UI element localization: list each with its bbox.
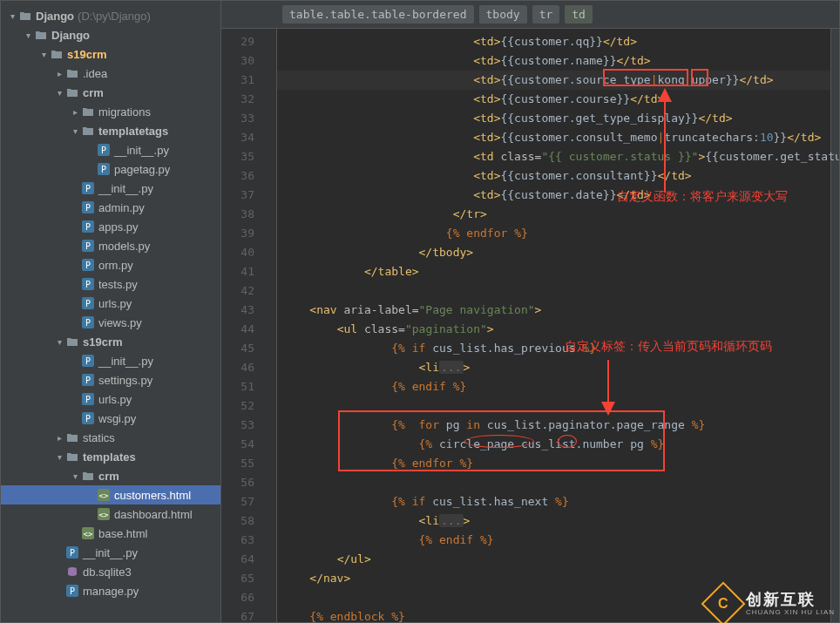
tree-item-customers-html[interactable]: <>customers.html [1, 485, 220, 504]
tree-item-statics[interactable]: statics [1, 428, 220, 447]
line-number[interactable]: 39 [221, 224, 254, 243]
tree-arrow-icon[interactable] [53, 69, 65, 78]
code-line[interactable]: </ul> [277, 550, 830, 569]
tree-item-manage-py[interactable]: Pmanage.py [1, 581, 220, 600]
tree-item-migrations[interactable]: migrations [1, 102, 220, 121]
tree-item-base-html[interactable]: <>base.html [1, 524, 220, 543]
code-line[interactable]: <td>{{customer.qq}}</td> [277, 32, 830, 51]
line-number[interactable]: 57 [221, 492, 254, 511]
tree-item-apps-py[interactable]: Papps.py [1, 217, 220, 236]
code-line[interactable]: <td>{{customer.consult_memo|truncatechar… [277, 128, 830, 147]
line-gutter[interactable]: 2930313233343536373839404142434445465152… [221, 29, 268, 622]
line-number[interactable]: 64 [221, 550, 254, 569]
tree-item-s19crm[interactable]: s19crm [1, 44, 220, 64]
line-number[interactable]: 54 [221, 435, 254, 454]
project-tree[interactable]: Django(D:\py\Django)Djangos19crm.ideacrm… [1, 1, 221, 622]
tree-item-templatetags[interactable]: templatetags [1, 121, 220, 140]
tree-item-crm[interactable]: crm [1, 83, 220, 102]
code-line[interactable]: <td>{{customer.get_type_display}}</td> [277, 109, 830, 128]
line-number[interactable]: 32 [221, 90, 254, 109]
tree-item-urls-py[interactable]: Purls.py [1, 389, 220, 409]
breadcrumb[interactable]: table.table.table-borderedtbodytrtd [221, 1, 839, 29]
tree-item-django[interactable]: Django(D:\py\Django) [1, 6, 220, 25]
line-number[interactable]: 29 [221, 32, 254, 51]
tree-arrow-icon[interactable] [69, 126, 81, 136]
tree-item--init-py[interactable]: P__init__.py [1, 351, 220, 370]
line-number[interactable]: 38 [221, 205, 254, 224]
line-number[interactable]: 30 [221, 51, 254, 71]
line-number[interactable]: 46 [221, 358, 254, 377]
code-line[interactable]: </nav> [277, 569, 830, 588]
line-number[interactable]: 41 [221, 262, 254, 281]
line-number[interactable]: 66 [221, 588, 254, 607]
line-number[interactable]: 58 [221, 511, 254, 531]
line-number[interactable]: 63 [221, 531, 254, 550]
line-number[interactable]: 53 [221, 416, 254, 435]
line-number[interactable]: 55 [221, 454, 254, 473]
tree-item-views-py[interactable]: Pviews.py [1, 313, 220, 332]
tree-arrow-icon[interactable] [37, 50, 50, 59]
line-number[interactable]: 52 [221, 396, 254, 416]
breadcrumb-item[interactable]: tbody [479, 5, 527, 24]
code-line[interactable]: {% endif %} [277, 377, 830, 396]
line-number[interactable]: 67 [221, 607, 254, 622]
tree-item-dashboard-html[interactable]: <>dashboard.html [1, 504, 220, 524]
tree-item-db-sqlite3[interactable]: db.sqlite3 [1, 562, 220, 581]
tree-arrow-icon[interactable] [6, 11, 18, 21]
line-number[interactable]: 45 [221, 339, 254, 358]
line-number[interactable]: 37 [221, 186, 254, 205]
line-number[interactable]: 43 [221, 301, 254, 320]
code-line[interactable]: <ul class="pagination"> [277, 320, 830, 339]
code-line[interactable]: <td class="{{ customer.status }}">{{cust… [277, 147, 830, 166]
tree-arrow-icon[interactable] [53, 337, 65, 347]
tree-item--init-py[interactable]: P__init__.py [1, 543, 220, 562]
tree-item-crm[interactable]: crm [1, 466, 220, 485]
breadcrumb-item[interactable]: tr [532, 5, 560, 24]
fold-gutter[interactable] [268, 29, 277, 622]
tree-item-orm-py[interactable]: Porm.py [1, 255, 220, 274]
tree-item-django[interactable]: Django [1, 25, 220, 44]
tree-item-urls-py[interactable]: Purls.py [1, 294, 220, 313]
code-line[interactable]: <td>{{customer.name}}</td> [277, 51, 830, 71]
line-number[interactable]: 56 [221, 473, 254, 492]
line-number[interactable]: 51 [221, 377, 254, 396]
code-line[interactable]: </tbody> [277, 243, 830, 262]
breadcrumb-item[interactable]: td [565, 5, 593, 24]
tree-item--idea[interactable]: .idea [1, 64, 220, 83]
tree-item-settings-py[interactable]: Psettings.py [1, 370, 220, 389]
line-number[interactable]: 35 [221, 147, 254, 166]
tree-item-templates[interactable]: templates [1, 447, 220, 466]
code-line[interactable]: <td>{{customer.source_type|kong_upper}}<… [277, 71, 830, 90]
tree-item-pagetag-py[interactable]: Ppagetag.py [1, 159, 220, 179]
tree-item-tests-py[interactable]: Ptests.py [1, 274, 220, 294]
tree-item-admin-py[interactable]: Padmin.py [1, 198, 220, 217]
line-number[interactable]: 42 [221, 281, 254, 301]
code-area[interactable]: <td>{{customer.qq}}</td> <td>{{customer.… [277, 29, 830, 622]
breadcrumb-item[interactable]: table.table.table-bordered [282, 5, 474, 24]
code-line[interactable]: </tr> [277, 205, 830, 224]
line-number[interactable]: 33 [221, 109, 254, 128]
code-line[interactable]: <li...> [277, 358, 830, 377]
tree-item--init-py[interactable]: P__init__.py [1, 140, 220, 159]
code-line[interactable]: {% endfor %} [277, 224, 830, 243]
tree-item-s19crm[interactable]: s19crm [1, 332, 220, 351]
tree-item-models-py[interactable]: Pmodels.py [1, 236, 220, 255]
line-number[interactable]: 44 [221, 320, 254, 339]
code-line[interactable]: {% if cus_list.has_next %} [277, 492, 830, 511]
tree-arrow-icon[interactable] [53, 88, 65, 98]
tree-item--init-py[interactable]: P__init__.py [1, 179, 220, 198]
editor-scrollbar[interactable] [830, 29, 839, 622]
code-line[interactable]: <li...> [277, 511, 830, 531]
tree-arrow-icon[interactable] [53, 433, 65, 443]
tree-arrow-icon[interactable] [69, 471, 81, 481]
code-line[interactable]: <td>{{customer.course}}</td> [277, 90, 830, 109]
tree-arrow-icon[interactable] [22, 30, 34, 40]
line-number[interactable]: 31 [221, 71, 254, 90]
line-number[interactable]: 40 [221, 243, 254, 262]
line-number[interactable]: 36 [221, 166, 254, 186]
code-line[interactable] [277, 281, 830, 301]
tree-arrow-icon[interactable] [53, 452, 65, 462]
line-number[interactable]: 34 [221, 128, 254, 147]
code-line[interactable] [277, 473, 830, 492]
tree-arrow-icon[interactable] [69, 107, 81, 117]
